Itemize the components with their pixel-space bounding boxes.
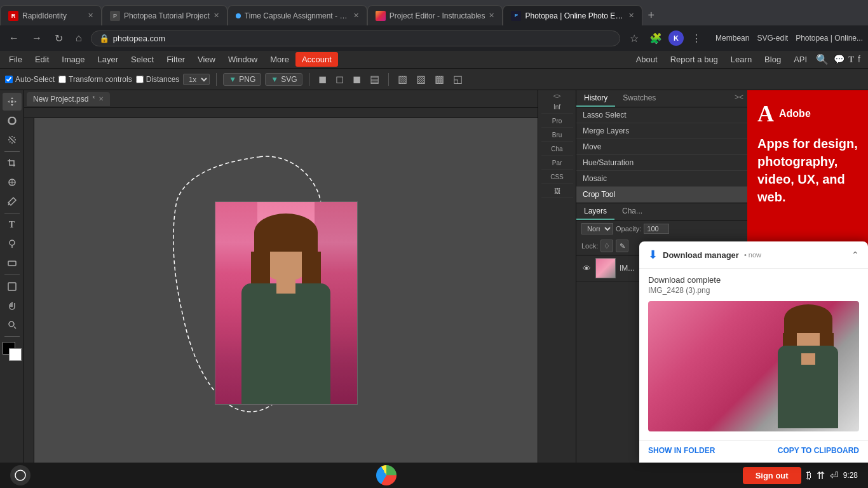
opacity-input[interactable]	[644, 224, 669, 234]
tool-move[interactable]	[3, 93, 22, 111]
history-item-crop[interactable]: Crop Tool	[576, 187, 747, 203]
copy-to-clipboard-button[interactable]: COPY TO CLIPBOARD	[778, 446, 859, 455]
menu-report-bug[interactable]: Report a bug	[667, 53, 722, 65]
search-icon[interactable]: 🔍	[816, 53, 829, 65]
transform-button[interactable]: ▩	[432, 72, 447, 86]
lock-brush-btn[interactable]: ✎	[616, 240, 628, 252]
background-color[interactable]	[9, 348, 22, 361]
tab-close-rapid[interactable]: ✕	[88, 11, 93, 20]
menu-blog[interactable]: Blog	[761, 53, 785, 65]
sign-out-button[interactable]: Sign out	[743, 467, 801, 484]
zoom-select[interactable]: 1x	[183, 74, 210, 85]
info-panel-bru[interactable]: Bru	[541, 129, 573, 142]
info-panel-inf[interactable]: Inf	[541, 101, 573, 114]
info-panel-css[interactable]: CSS	[541, 171, 573, 184]
bitcoin-icon[interactable]: ₿	[806, 470, 811, 481]
tab-rapididentity[interactable]: R RapidIdentity ✕	[0, 5, 102, 25]
export-png-button[interactable]: ▼ PNG	[223, 73, 261, 86]
tool-fill[interactable]	[3, 173, 22, 191]
layer-visibility-icon[interactable]: 👁	[581, 263, 592, 273]
canvas-tab-close[interactable]: ✕	[98, 95, 104, 102]
arrange-button[interactable]: ▧	[395, 72, 410, 86]
menu-layer[interactable]: Layer	[92, 52, 125, 67]
tab-close-google[interactable]: ✕	[353, 11, 359, 20]
menu-select[interactable]: Select	[125, 52, 160, 67]
tool-stamp[interactable]	[3, 235, 22, 253]
tool-zoom[interactable]	[3, 316, 22, 334]
tool-text[interactable]: T	[3, 216, 22, 234]
menu-learn[interactable]: Learn	[727, 53, 756, 65]
history-item-move[interactable]: Move	[576, 139, 747, 155]
show-in-folder-button[interactable]: SHOW IN FOLDER	[648, 446, 715, 455]
tab-close-photopea[interactable]: ✕	[628, 11, 634, 20]
tool-hand[interactable]	[3, 297, 22, 315]
tab-google-docs[interactable]: Time Capsule Assignment - Go... ✕	[227, 5, 367, 25]
tool-brush[interactable]	[3, 193, 22, 210]
home-button[interactable]: ⌂	[72, 31, 86, 45]
info-panel-pro[interactable]: Pro	[541, 115, 573, 128]
distribute-button[interactable]: ▤	[367, 72, 382, 86]
distribute2-button[interactable]: ◱	[451, 72, 465, 86]
menu-about[interactable]: About	[632, 53, 661, 65]
history-item-lasso[interactable]: Lasso Select	[576, 107, 747, 123]
menu-image[interactable]: Image	[55, 52, 91, 67]
menu-api[interactable]: API	[790, 53, 811, 65]
menu-filter[interactable]: Filter	[160, 52, 191, 67]
history-tab[interactable]: History	[576, 90, 615, 107]
auto-select-checkbox-label[interactable]: Auto-Select	[5, 75, 55, 84]
tool-shape[interactable]	[3, 278, 22, 295]
canvas-tab-project[interactable]: New Project.psd * ✕	[27, 92, 110, 106]
address-bar[interactable]: 🔒 photopea.com	[91, 30, 620, 46]
align-center-button[interactable]: ◻	[333, 72, 346, 86]
export-svg-button[interactable]: ▼ SVG	[265, 73, 302, 86]
tool-lasso[interactable]	[3, 112, 22, 130]
bookmark-membean[interactable]: Membean	[715, 34, 749, 43]
extensions-button[interactable]: 🧩	[647, 29, 665, 47]
menu-edit[interactable]: Edit	[29, 52, 55, 67]
blend-mode-select[interactable]: Normal	[581, 223, 613, 234]
menu-file[interactable]: File	[3, 52, 29, 67]
chrome-menu-button[interactable]: ⋮	[688, 29, 705, 47]
panel-expand-btn[interactable]: ><	[735, 93, 743, 104]
collapse-panel-btn[interactable]: <>	[553, 93, 561, 100]
history-item-mosaic[interactable]: Mosaic	[576, 171, 747, 187]
tab-photopea-tutorial[interactable]: P Photopea Tutorial Project ✕	[102, 5, 227, 25]
bookmark-svgedit[interactable]: SVG-edit	[757, 34, 788, 43]
wifi-icon[interactable]: ⇈	[817, 470, 825, 482]
chrome-icon[interactable]	[376, 465, 397, 485]
history-item-merge[interactable]: Merge Layers	[576, 123, 747, 139]
tool-magic-wand[interactable]	[3, 131, 22, 149]
tool-eraser[interactable]	[3, 254, 22, 272]
tool-crop[interactable]	[3, 154, 22, 172]
info-panel-par[interactable]: Par	[541, 157, 573, 170]
auto-select-checkbox[interactable]	[5, 76, 13, 83]
menu-more[interactable]: More	[264, 52, 295, 67]
back-button[interactable]: ←	[5, 31, 23, 45]
align-right-button[interactable]: ◼	[350, 72, 363, 86]
tab-instructables[interactable]: Project Editor - Instructables ✕	[367, 5, 503, 25]
distances-checkbox-label[interactable]: Distances	[136, 75, 180, 84]
info-panel-cha[interactable]: Cha	[541, 143, 573, 156]
tab-close-inst[interactable]: ✕	[489, 11, 494, 20]
tab-photopea-active[interactable]: P Photopea | Online Photo Editor ✕	[503, 5, 642, 25]
forward-button[interactable]: →	[28, 31, 46, 45]
twitter-icon[interactable]: 𝐓	[848, 54, 854, 65]
download-collapse-icon[interactable]: ⌃	[851, 250, 859, 260]
reddit-icon[interactable]: 💬	[834, 54, 844, 65]
tab-close-photo[interactable]: ✕	[214, 11, 219, 20]
transform-controls-checkbox[interactable]	[58, 76, 66, 83]
menu-window[interactable]: Window	[222, 52, 264, 67]
new-tab-button[interactable]: +	[642, 9, 660, 22]
system-button[interactable]	[10, 465, 31, 485]
swatches-tab[interactable]: Swatches	[615, 90, 663, 107]
battery-icon[interactable]: ⏎	[830, 470, 838, 482]
menu-view[interactable]: View	[191, 52, 222, 67]
reload-button[interactable]: ↻	[51, 31, 67, 46]
bookmark-button[interactable]: ☆	[625, 29, 643, 47]
menu-account[interactable]: Account	[295, 52, 338, 67]
info-panel-image[interactable]: 🖼	[541, 185, 573, 198]
bookmark-photopea[interactable]: Photopea | Online...	[796, 34, 863, 43]
align-left-button[interactable]: ◼	[316, 72, 329, 86]
distances-checkbox[interactable]	[136, 76, 144, 83]
profile-avatar[interactable]: K	[668, 30, 684, 46]
